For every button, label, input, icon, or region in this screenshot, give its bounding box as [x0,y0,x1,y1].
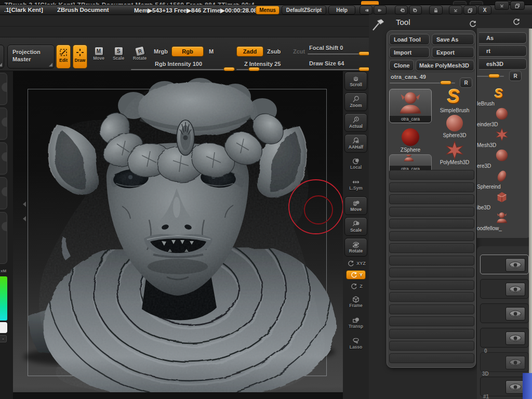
titlebar[interactable]: .1[Clark Kent] ZBrush Document Mem▶543+1… [0,5,532,15]
clipped-r-button[interactable]: R [509,71,522,81]
left-tray-panel[interactable] [0,212,7,264]
tool-refresh-icon[interactable] [469,20,477,28]
next-document-button[interactable] [409,6,422,15]
tool-section-header[interactable] [389,170,474,180]
canvas-tool-button[interactable]: Scale [344,217,367,236]
make-polymesh3d-button[interactable]: Make PolyMesh3D [416,60,474,71]
docked-tool-thumbnail[interactable]: einder3D [477,107,532,128]
visibility-toggle[interactable] [506,356,525,369]
simplebrush-icon[interactable]: S [447,86,460,108]
scrub-left-button[interactable] [360,6,373,15]
focal-shift-handle[interactable] [358,51,370,56]
tool-section-header[interactable] [389,292,474,302]
canvas-tool-button[interactable]: Move [344,196,367,215]
r-toggle-button[interactable]: R [460,77,472,88]
visibility-toggle[interactable] [506,258,525,272]
tool-section-header[interactable] [389,316,474,326]
scrub-right-button[interactable] [374,6,387,15]
lock-button[interactable] [429,6,443,15]
tool-section-header[interactable] [389,304,474,314]
projection-master-button[interactable]: Projection Master [7,45,55,69]
visibility-toggle[interactable] [506,331,525,345]
canvas-tool-button[interactable]: Z [344,282,367,291]
clipped-slider-handle[interactable] [488,74,500,78]
scale-mode-button[interactable]: S Scale [110,45,127,69]
left-tray-panel[interactable] [0,142,7,175]
left-tray-panel[interactable] [0,108,7,140]
tray-collapse-arrow[interactable] [23,216,26,221]
tool-section-header[interactable] [389,329,474,339]
left-tray-panel[interactable] [0,73,7,105]
tool-section-header[interactable] [389,207,474,217]
canvas-tool-button[interactable]: L.Sym [344,176,367,193]
canvas-tool-button[interactable]: Actual [344,113,367,132]
export-button[interactable]: Export [432,47,474,58]
canvas-tool-button[interactable]: Zoom [344,92,367,111]
visibility-toggle[interactable] [506,307,525,321]
subtool-row[interactable] [480,255,529,274]
canvas-tool-button[interactable]: Rotate [344,238,367,257]
zsub-button[interactable]: Zsub [267,48,281,55]
tool-section-header[interactable] [389,256,474,265]
clipped-polymesh-button[interactable]: esh3D [479,58,527,70]
docked-tool-thumbnail[interactable]: oodfellow_ [477,211,532,232]
current-color-swatch[interactable] [0,322,7,333]
outer-minimize-button[interactable] [495,1,509,10]
docked-tool-thumbnail[interactable]: ibe3D [477,190,532,211]
tool-section-header[interactable] [389,280,474,290]
docked-tool-thumbnail[interactable]: S leBrush [477,86,532,107]
menus-button[interactable]: Menus [256,6,280,15]
sphere3d-thumbnail[interactable] [446,115,463,131]
canvas-tool-button[interactable]: Local [344,155,367,172]
canvas-tool-button[interactable]: Lasso [344,335,367,352]
simplebrush-label[interactable]: SimpleBrush [435,108,474,113]
zsphere-thumbnail[interactable] [402,128,419,146]
load-tool-button[interactable]: Load Tool [389,34,430,45]
subtool-row[interactable] [480,279,529,299]
zcut-button[interactable]: Zcut [293,48,305,55]
docked-tool-thumbnail[interactable]: ere3D [477,149,532,169]
mrgb-button[interactable]: Mrgb [154,48,168,55]
zsphere-label[interactable]: ZSphere [389,147,432,153]
tool-section-header[interactable] [389,194,474,204]
clipped-shelf-button[interactable] [0,45,4,69]
restore-button[interactable] [463,6,477,15]
canvas-tool-button[interactable]: Frame [344,293,367,311]
subtool-row[interactable] [480,328,529,348]
tool-slot-handle[interactable] [440,81,451,85]
canvas-tool-button[interactable]: Transp [344,314,367,331]
import-button[interactable]: Import [389,47,430,58]
sculpt-canvas[interactable] [13,71,343,399]
left-tray-panel[interactable] [0,177,7,209]
tool-section-header[interactable] [389,182,474,192]
rgb-intensity-handle[interactable] [223,67,235,71]
subtool-row[interactable] [480,303,529,323]
tool-section-header[interactable] [389,243,474,253]
zadd-button[interactable]: Zadd [236,46,263,57]
draw-mode-button[interactable]: Draw [73,45,87,69]
minimize-button[interactable] [449,6,462,15]
move-mode-button[interactable]: M Move [90,45,107,69]
close-button[interactable]: X [478,6,491,15]
help-button[interactable]: Help [328,6,355,15]
canvas-tool-button[interactable]: Scroll [344,72,367,90]
polymesh3d-label[interactable]: PolyMesh3D [435,159,474,165]
edit-mode-button[interactable]: Edit [56,45,71,69]
canvas-tool-button[interactable]: AAHalf [344,134,367,153]
canvas-tool-button[interactable]: XYZ [344,259,367,268]
tray-collapse-arrow[interactable] [23,202,26,207]
clipped-export-button[interactable]: rt [479,45,527,57]
rgb-intensity-slider[interactable] [131,69,235,70]
docked-tool-thumbnail[interactable]: Mesh3D [477,128,532,149]
canvas-tool-button[interactable]: Y [346,270,366,280]
z-intensity-handle[interactable] [248,67,260,71]
rotate-mode-button[interactable]: R Rotate [130,45,150,69]
active-tool-thumbnail[interactable]: otra_cara [389,89,432,123]
docked-tool-thumbnail[interactable]: Sphereind [477,169,532,190]
outer-restore-button[interactable] [510,1,525,10]
tool-section-header[interactable] [389,353,474,363]
sphere3d-label[interactable]: Sphere3D [435,132,474,138]
tool-section-header[interactable] [389,231,474,241]
polymesh3d-thumbnail[interactable] [445,141,464,159]
save-as-button[interactable]: Save As [432,34,474,45]
